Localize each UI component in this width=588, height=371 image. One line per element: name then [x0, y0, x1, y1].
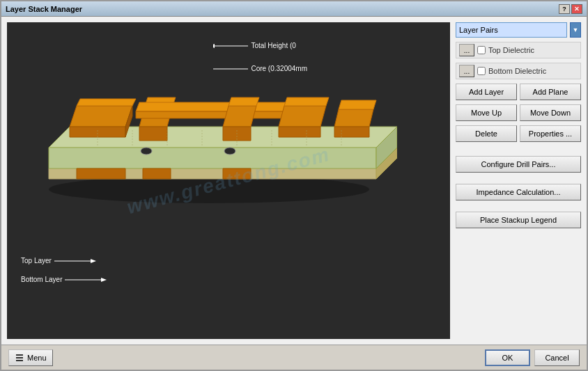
core-line — [213, 65, 248, 72]
bottom-dielectric-label: Bottom Dielectric — [488, 67, 546, 75]
svg-marker-25 — [77, 168, 125, 179]
bottom-dielectric-checkbox[interactable] — [477, 67, 486, 75]
svg-marker-10 — [77, 99, 136, 106]
main-window: Layer Stack Manager ? ✕ www.greattong.co… — [0, 0, 588, 371]
ok-cancel-buttons: OK Cancel — [485, 349, 580, 366]
bottom-layer-label: Bottom Layer — [21, 276, 62, 283]
svg-point-28 — [141, 148, 152, 155]
svg-marker-19 — [279, 106, 326, 127]
top-layer-arrow — [54, 258, 96, 265]
move-down-button[interactable]: Move Down — [520, 104, 581, 121]
svg-marker-8 — [70, 127, 125, 137]
add-layer-button[interactable]: Add Layer — [456, 84, 517, 100]
svg-point-0 — [49, 175, 369, 203]
svg-marker-23 — [334, 127, 369, 137]
add-buttons-row: Add Layer Add Plane — [456, 84, 581, 100]
svg-marker-27 — [223, 168, 251, 179]
bottom-dielectric-ellipsis[interactable]: ... — [459, 65, 474, 77]
place-stackup-button[interactable]: Place Stackup Legend — [456, 212, 581, 228]
svg-marker-24 — [339, 100, 376, 109]
top-dielectric-label: Top Dielectric — [488, 46, 534, 54]
svg-marker-21 — [284, 97, 329, 106]
add-plane-button[interactable]: Add Plane — [520, 84, 581, 100]
svg-marker-26 — [143, 168, 171, 179]
svg-marker-41 — [101, 278, 107, 282]
impedance-calc-button[interactable]: Impedance Calculation... — [456, 184, 581, 200]
move-buttons-row: Move Up Move Down — [456, 104, 581, 121]
properties-button[interactable]: Properties ... — [520, 125, 581, 142]
svg-marker-43 — [213, 44, 215, 48]
svg-marker-12 — [139, 127, 167, 141]
ok-button[interactable]: OK — [485, 349, 530, 366]
layer-pairs-row: Layer Pairs ▼ — [456, 22, 581, 38]
left-panel: www.greattong.com — [7, 22, 450, 339]
svg-marker-22 — [334, 109, 373, 127]
bottom-dielectric-row: ... Bottom Dielectric — [456, 63, 581, 79]
top-dielectric-checkbox[interactable] — [477, 46, 486, 54]
top-dielectric-row: ... Top Dielectric — [456, 42, 581, 58]
svg-marker-14 — [136, 102, 300, 111]
main-content: www.greattong.com — [1, 17, 587, 345]
core-annotation: Core (0.32004mm — [251, 65, 307, 72]
total-height-annotation: Total Height (0 — [251, 42, 295, 49]
top-dielectric-ellipsis[interactable]: ... — [459, 44, 474, 56]
svg-marker-15 — [136, 111, 296, 118]
title-bar: Layer Stack Manager ? ✕ — [1, 1, 587, 17]
bottom-bar: Menu OK Cancel — [1, 345, 587, 370]
menu-label: Menu — [27, 354, 47, 362]
move-up-button[interactable]: Move Up — [456, 104, 517, 121]
menu-icon-line2 — [16, 357, 23, 358]
svg-marker-39 — [91, 259, 96, 263]
svg-marker-20 — [279, 127, 320, 137]
menu-button[interactable]: Menu — [8, 349, 53, 366]
cancel-button[interactable]: Cancel — [534, 349, 580, 366]
layer-pairs-dropdown[interactable]: Layer Pairs — [456, 22, 567, 38]
svg-point-29 — [224, 148, 235, 155]
menu-icon-line1 — [16, 354, 23, 356]
title-bar-buttons: ? ✕ — [559, 4, 582, 14]
help-button[interactable]: ? — [559, 4, 570, 14]
top-layer-label: Top Layer — [21, 257, 52, 265]
delete-button[interactable]: Delete — [456, 125, 517, 142]
svg-marker-5 — [49, 148, 376, 168]
svg-marker-18 — [229, 97, 259, 106]
menu-icon — [15, 353, 24, 363]
svg-marker-16 — [223, 106, 256, 127]
pcb-diagram — [28, 29, 397, 210]
window-title: Layer Stack Manager — [6, 5, 82, 13]
bottom-layer-arrow — [65, 276, 107, 283]
svg-marker-7 — [70, 106, 132, 127]
delete-properties-row: Delete Properties ... — [456, 125, 581, 142]
dropdown-arrow-button[interactable]: ▼ — [570, 22, 581, 38]
right-panel: Layer Pairs ▼ ... Top Dielectric ... Bot… — [456, 22, 581, 339]
menu-icon-line3 — [16, 360, 23, 361]
configure-drill-button[interactable]: Configure Drill Pairs... — [456, 156, 581, 173]
total-height-line — [213, 42, 248, 49]
close-button[interactable]: ✕ — [571, 4, 582, 14]
